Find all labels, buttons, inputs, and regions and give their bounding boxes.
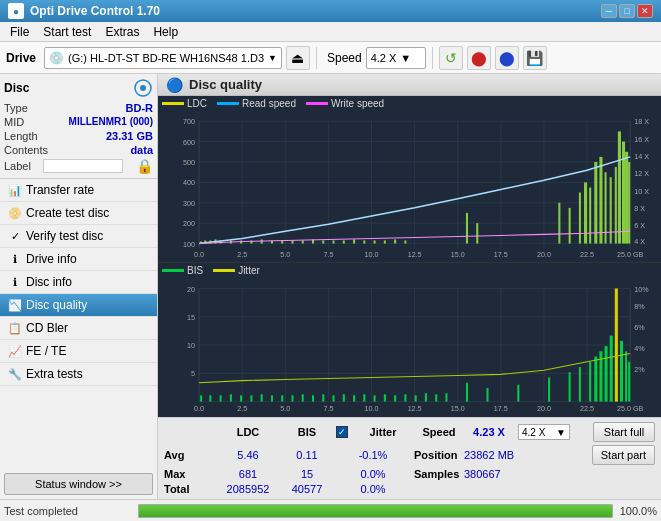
legend-ldc: LDC: [162, 98, 207, 109]
legend-bis: BIS: [162, 265, 203, 276]
disc-header: Disc: [4, 78, 153, 98]
disc-panel-title: Disc: [4, 81, 29, 95]
svg-rect-77: [594, 162, 597, 244]
start-part-button[interactable]: Start part: [592, 445, 655, 465]
blue-disc-button[interactable]: ⬤: [495, 46, 519, 70]
nav-verify-test-disc[interactable]: ✓ Verify test disc: [0, 225, 157, 248]
svg-text:18 X: 18 X: [634, 118, 649, 126]
svg-text:10.0: 10.0: [365, 251, 379, 259]
disc-mid-value: MILLENMR1 (000): [69, 116, 153, 128]
svg-rect-132: [291, 395, 293, 401]
save-button[interactable]: 💾: [523, 46, 547, 70]
max-jitter: 0.0%: [332, 468, 414, 480]
svg-rect-147: [445, 393, 447, 401]
nav-drive-info[interactable]: ℹ Drive info: [0, 248, 157, 271]
svg-rect-138: [353, 395, 355, 401]
svg-text:22.5: 22.5: [580, 251, 594, 259]
nav-cd-bler[interactable]: 📋 CD Bler: [0, 317, 157, 340]
nav-create-test-disc[interactable]: 📀 Create test disc: [0, 202, 157, 225]
drive-label: Drive: [6, 51, 36, 65]
chart-ldc: 700 600 500 400 300 200 100 18 X 16 X 14…: [158, 111, 661, 259]
menu-start-test[interactable]: Start test: [37, 23, 97, 41]
jitter-checkbox[interactable]: ✓: [336, 426, 348, 438]
legend-read-label: Read speed: [242, 98, 296, 109]
nav-disc-info[interactable]: ℹ Disc info: [0, 271, 157, 294]
svg-rect-123: [200, 395, 202, 401]
svg-rect-145: [425, 393, 427, 401]
svg-rect-142: [394, 395, 396, 401]
svg-rect-63: [343, 240, 345, 243]
progress-bar: [138, 504, 613, 518]
disc-type-value: BD-R: [126, 102, 154, 114]
svg-rect-71: [476, 223, 478, 243]
svg-text:10 X: 10 X: [634, 188, 649, 196]
svg-text:2%: 2%: [634, 365, 645, 374]
content-title: Disc quality: [189, 77, 262, 92]
disc-contents-label: Contents: [4, 144, 48, 156]
max-label: Max: [164, 468, 214, 480]
svg-rect-58: [291, 240, 293, 243]
drive-select[interactable]: 💿 (G:) HL-DT-ST BD-RE WH16NS48 1.D3 ▼: [44, 47, 282, 69]
chart-bis: 20 15 10 5 10% 8% 6% 4% 2% 0.0 2.5 5.0 7…: [158, 278, 661, 414]
svg-text:25.0 GB: 25.0 GB: [617, 251, 644, 259]
speed-display-select[interactable]: 4.2 X ▼: [518, 424, 570, 440]
svg-rect-158: [610, 335, 613, 401]
svg-text:100: 100: [183, 241, 195, 249]
disc-mid-label: MID: [4, 116, 24, 128]
nav-transfer-rate-label: Transfer rate: [26, 183, 94, 197]
svg-rect-162: [628, 362, 630, 402]
total-jitter: 0.0%: [332, 483, 414, 495]
speed-display-value: 4.2 X: [522, 427, 545, 438]
nav-disc-quality[interactable]: 📉 Disc quality: [0, 294, 157, 317]
legend-jitter: Jitter: [213, 265, 260, 276]
svg-rect-128: [250, 395, 252, 401]
svg-rect-129: [261, 394, 263, 401]
svg-rect-151: [548, 377, 550, 401]
menu-file[interactable]: File: [4, 23, 35, 41]
svg-rect-152: [569, 372, 571, 401]
svg-rect-159: [615, 288, 618, 401]
svg-rect-73: [569, 208, 571, 244]
main-layout: Disc Type BD-R MID MILLENMR1 (000) Lengt…: [0, 74, 661, 499]
disc-length-label: Length: [4, 130, 38, 142]
nav-extra-tests-label: Extra tests: [26, 367, 83, 381]
toolbar-separator: [316, 47, 317, 69]
svg-text:0.0: 0.0: [194, 251, 204, 259]
menu-extras[interactable]: Extras: [99, 23, 145, 41]
disc-label-input[interactable]: [43, 159, 123, 173]
nav-transfer-rate[interactable]: 📊 Transfer rate: [0, 179, 157, 202]
eject-button[interactable]: ⏏: [286, 46, 310, 70]
svg-rect-137: [343, 394, 345, 401]
svg-text:200: 200: [183, 220, 195, 228]
content-header: 🔵 Disc quality: [158, 74, 661, 96]
speed-select[interactable]: 4.2 X ▼: [366, 47, 426, 69]
start-full-button[interactable]: Start full: [593, 422, 655, 442]
svg-rect-86: [158, 278, 661, 414]
close-button[interactable]: ✕: [637, 4, 653, 18]
status-window-button[interactable]: Status window >>: [4, 473, 153, 495]
refresh-button[interactable]: ↺: [439, 46, 463, 70]
svg-rect-62: [333, 240, 335, 243]
avg-bis: 0.11: [282, 449, 332, 461]
position-value: 23862 MB: [464, 449, 544, 461]
samples-label: Samples: [414, 468, 464, 480]
red-disc-button[interactable]: ⬤: [467, 46, 491, 70]
svg-text:20.0: 20.0: [537, 251, 551, 259]
menu-help[interactable]: Help: [147, 23, 184, 41]
legend-read-speed: Read speed: [217, 98, 296, 109]
disc-label-icon[interactable]: 🔒: [136, 158, 153, 174]
svg-text:4 X: 4 X: [634, 238, 645, 246]
nav-extra-tests[interactable]: 🔧 Extra tests: [0, 363, 157, 386]
svg-rect-157: [605, 346, 608, 402]
disc-contents-value: data: [130, 144, 153, 156]
svg-text:15.0: 15.0: [451, 404, 465, 413]
svg-text:300: 300: [183, 200, 195, 208]
avg-label: Avg: [164, 449, 214, 461]
cd-bler-icon: 📋: [8, 321, 22, 335]
nav-fe-te[interactable]: 📈 FE / TE: [0, 340, 157, 363]
legend-bis-label: BIS: [187, 265, 203, 276]
maximize-button[interactable]: □: [619, 4, 635, 18]
minimize-button[interactable]: ─: [601, 4, 617, 18]
disc-quality-icon: 📉: [8, 298, 22, 312]
legend-jitter-label: Jitter: [238, 265, 260, 276]
